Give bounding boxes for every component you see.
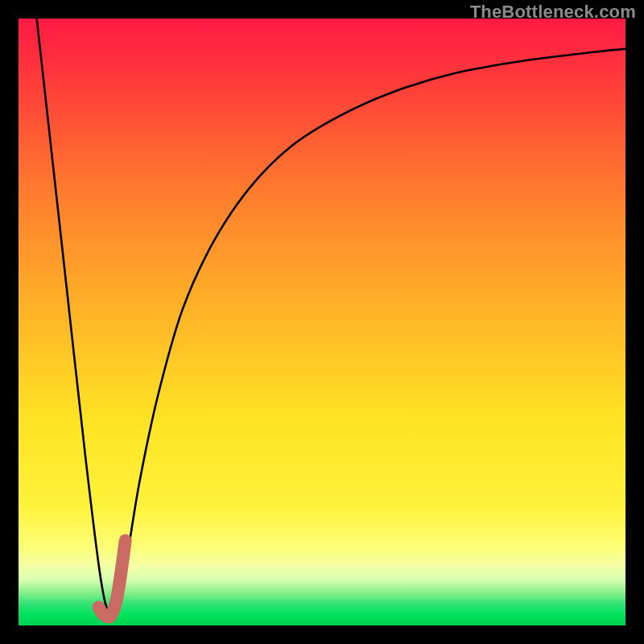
plot-area — [19, 19, 625, 625]
gradient-background — [19, 19, 625, 625]
chart-frame: TheBottleneck.com — [0, 0, 644, 644]
chart-svg — [19, 19, 625, 625]
